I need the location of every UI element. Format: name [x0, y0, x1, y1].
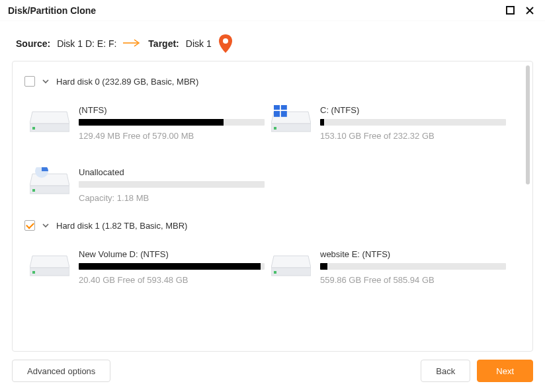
- disk-list-panel: Hard disk 0 (232.89 GB, Basic, MBR) (NTF…: [12, 61, 533, 352]
- footer: Advanced options Back Next: [0, 352, 545, 392]
- arrow-right-icon: [123, 38, 142, 49]
- usage-bar: [79, 263, 265, 270]
- partition-item[interactable]: New Volume D: (NTFS) 20.40 GB Free of 59…: [30, 240, 271, 302]
- partition-subtext: 20.40 GB Free of 593.48 GB: [79, 275, 265, 285]
- pie-drive-icon: [30, 167, 69, 198]
- maximize-button[interactable]: [503, 3, 517, 18]
- svg-rect-0: [507, 7, 514, 14]
- target-value: Disk 1: [186, 38, 212, 49]
- usage-bar: [79, 181, 265, 188]
- next-button[interactable]: Next: [477, 360, 533, 382]
- partition-subtext: Capacity: 1.18 MB: [79, 193, 265, 203]
- back-button[interactable]: Back: [421, 360, 470, 382]
- scrollbar[interactable]: [526, 65, 530, 184]
- usage-bar-fill: [320, 119, 324, 126]
- partition-title: (NTFS): [79, 105, 265, 115]
- svg-point-4: [223, 38, 228, 44]
- partition-title: New Volume D: (NTFS): [79, 249, 265, 259]
- source-value: Disk 1 D: E: F:: [57, 38, 116, 49]
- disk-row[interactable]: Hard disk 1 (1.82 TB, Basic, MBR): [24, 220, 513, 231]
- location-pin-icon: [218, 34, 233, 53]
- close-button[interactable]: [523, 3, 537, 18]
- partition-title: C: (NTFS): [320, 105, 506, 115]
- usage-bar: [320, 119, 506, 126]
- source-label: Source:: [16, 38, 50, 49]
- disk-label: Hard disk 1 (1.82 TB, Basic, MBR): [56, 221, 187, 231]
- title-bar: Disk/Partition Clone: [0, 0, 545, 21]
- partition-subtext: 559.86 GB Free of 585.94 GB: [320, 275, 506, 285]
- disk-checkbox[interactable]: [24, 220, 35, 231]
- usage-bar-fill: [79, 119, 224, 126]
- chevron-down-icon: [42, 77, 50, 85]
- usage-bar-fill: [320, 263, 327, 270]
- disk-checkbox[interactable]: [24, 76, 35, 87]
- square-icon: [506, 6, 515, 15]
- advanced-options-button[interactable]: Advanced options: [12, 360, 110, 382]
- partition-item[interactable]: C: (NTFS) 153.10 GB Free of 232.32 GB: [271, 96, 513, 158]
- breadcrumb: Source: Disk 1 D: E: F: Target: Disk 1: [0, 21, 545, 61]
- disk-label: Hard disk 0 (232.89 GB, Basic, MBR): [56, 77, 198, 87]
- partition-item[interactable]: (NTFS) 129.49 MB Free of 579.00 MB: [30, 96, 271, 158]
- partition-grid: (NTFS) 129.49 MB Free of 579.00 MB C: (N…: [30, 96, 513, 220]
- partition-item[interactable]: Unallocated Capacity: 1.18 MB: [30, 158, 271, 220]
- drive-icon: [30, 105, 69, 136]
- usage-bar: [320, 263, 506, 270]
- disk-row[interactable]: Hard disk 0 (232.89 GB, Basic, MBR): [24, 76, 513, 87]
- chevron-down-icon: [42, 221, 50, 229]
- partition-subtext: 153.10 GB Free of 232.32 GB: [320, 131, 506, 141]
- window-title: Disk/Partition Clone: [8, 5, 96, 16]
- partition-title: Unallocated: [79, 167, 265, 177]
- windows-drive-icon: [271, 105, 311, 136]
- drive-icon: [30, 249, 69, 280]
- usage-bar-fill: [79, 263, 261, 270]
- target-label: Target:: [148, 38, 179, 49]
- partition-item[interactable]: website E: (NTFS) 559.86 GB Free of 585.…: [271, 240, 513, 302]
- partition-title: website E: (NTFS): [320, 249, 506, 259]
- close-icon: [525, 6, 534, 15]
- partition-subtext: 129.49 MB Free of 579.00 MB: [79, 131, 265, 141]
- usage-bar: [79, 119, 265, 126]
- partition-grid: New Volume D: (NTFS) 20.40 GB Free of 59…: [30, 240, 513, 302]
- drive-icon: [271, 249, 311, 280]
